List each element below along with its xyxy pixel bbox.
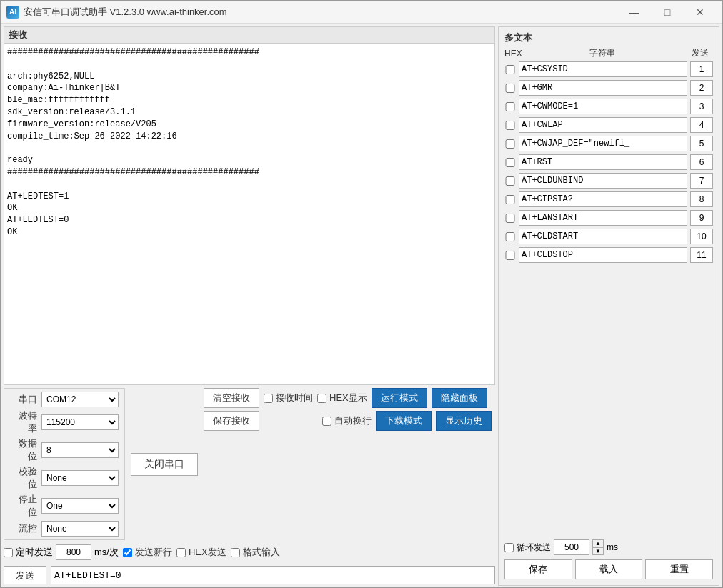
multitext-hex-checkbox-10[interactable] bbox=[504, 232, 516, 241]
loop-send-label: 循环发送 bbox=[517, 542, 551, 554]
multitext-send-button-2[interactable]: 2 bbox=[690, 80, 713, 96]
multitext-send-button-4[interactable]: 4 bbox=[690, 117, 713, 133]
loop-value-input[interactable] bbox=[554, 539, 589, 555]
multitext-hex-checkbox-5[interactable] bbox=[504, 139, 516, 149]
baud-select[interactable]: 115200 bbox=[41, 414, 119, 430]
multitext-send-button-1[interactable]: 1 bbox=[690, 61, 713, 77]
auto-newline-checkbox[interactable] bbox=[322, 417, 331, 426]
new-line-checkbox[interactable] bbox=[123, 548, 132, 557]
receive-time-checkbox[interactable] bbox=[264, 394, 273, 403]
data-bits-select[interactable]: 8 bbox=[41, 442, 119, 458]
clear-receive-button[interactable]: 清空接收 bbox=[204, 388, 259, 408]
save-multitext-button[interactable]: 保存 bbox=[504, 559, 572, 579]
serial-btn-area: 关闭串口 bbox=[128, 388, 201, 540]
receive-header: 接收 bbox=[4, 27, 494, 44]
multitext-input-6[interactable] bbox=[519, 154, 687, 170]
hex-display-label: HEX显示 bbox=[329, 392, 367, 404]
multitext-columns: HEX 字符串 发送 bbox=[502, 47, 716, 61]
loop-send-checkbox[interactable] bbox=[504, 543, 514, 552]
load-multitext-button[interactable]: 载入 bbox=[575, 559, 643, 579]
parity-label: 校验位 bbox=[10, 465, 37, 491]
hex-send-label: HEX发送 bbox=[189, 546, 226, 559]
hex-send-checkbox[interactable] bbox=[176, 548, 186, 557]
col-hex-label: HEX bbox=[504, 49, 517, 59]
stop-bits-select[interactable]: One bbox=[41, 498, 119, 514]
multitext-send-button-6[interactable]: 6 bbox=[690, 154, 713, 170]
app-title: 安信可串口调试助手 V1.2.3.0 www.ai-thinker.com bbox=[24, 6, 618, 19]
show-history-button[interactable]: 显示历史 bbox=[436, 411, 492, 431]
timed-unit-label: ms/次 bbox=[94, 546, 119, 559]
hex-display-checkbox[interactable] bbox=[317, 394, 326, 403]
multitext-input-7[interactable] bbox=[519, 173, 687, 189]
new-line-label: 发送新行 bbox=[135, 546, 172, 559]
multitext-hex-checkbox-3[interactable] bbox=[504, 102, 516, 111]
multitext-send-button-7[interactable]: 7 bbox=[690, 173, 713, 189]
save-receive-button[interactable]: 保存接收 bbox=[204, 411, 259, 431]
multitext-input-2[interactable] bbox=[519, 80, 687, 96]
multitext-input-9[interactable] bbox=[519, 210, 687, 226]
multitext-input-1[interactable] bbox=[519, 61, 687, 77]
spinner-down-button[interactable]: ▼ bbox=[592, 547, 604, 555]
multitext-input-10[interactable] bbox=[519, 229, 687, 244]
multitext-row: 4 bbox=[502, 116, 716, 134]
receive-textarea[interactable] bbox=[4, 44, 494, 384]
multitext-send-button-3[interactable]: 3 bbox=[690, 99, 713, 114]
main-container: 接收 串口 COM12 波特率 bbox=[1, 24, 722, 588]
multitext-row: 8 bbox=[502, 191, 716, 208]
multitext-hex-checkbox-2[interactable] bbox=[504, 84, 516, 93]
send-input[interactable] bbox=[51, 566, 495, 584]
multitext-input-5[interactable] bbox=[519, 136, 687, 151]
multitext-hex-checkbox-1[interactable] bbox=[504, 65, 516, 74]
maximize-button[interactable]: □ bbox=[651, 1, 684, 24]
receive-time-checkbox-group: 接收时间 bbox=[264, 392, 313, 404]
multitext-send-button-10[interactable]: 10 bbox=[690, 229, 713, 244]
send-button[interactable]: 发送 bbox=[4, 566, 46, 584]
multitext-hex-checkbox-7[interactable] bbox=[504, 176, 516, 186]
send-input-row: 发送 bbox=[4, 564, 495, 586]
multitext-input-11[interactable] bbox=[519, 247, 687, 263]
receive-section: 接收 bbox=[4, 26, 495, 385]
titlebar: AI 安信可串口调试助手 V1.2.3.0 www.ai-thinker.com… bbox=[1, 1, 722, 24]
download-mode-button[interactable]: 下载模式 bbox=[376, 411, 432, 431]
spinner-up-button[interactable]: ▲ bbox=[592, 539, 604, 547]
send-row: 定时发送 ms/次 发送新行 HEX发送 格式输入 bbox=[4, 543, 495, 562]
open-serial-button[interactable]: 关闭串口 bbox=[131, 453, 198, 476]
hide-panel-button[interactable]: 隐藏面板 bbox=[432, 388, 487, 408]
reset-multitext-button[interactable]: 重置 bbox=[645, 559, 713, 579]
multitext-hex-checkbox-11[interactable] bbox=[504, 251, 516, 260]
multitext-input-4[interactable] bbox=[519, 117, 687, 133]
multitext-send-button-11[interactable]: 11 bbox=[690, 247, 713, 263]
multitext-send-button-5[interactable]: 5 bbox=[690, 136, 713, 151]
col-string-label: 字符串 bbox=[520, 47, 684, 59]
multitext-input-8[interactable] bbox=[519, 191, 687, 207]
data-bits-label: 数据位 bbox=[10, 437, 37, 463]
multitext-row: 5 bbox=[502, 135, 716, 152]
bottom-controls: 串口 COM12 波特率 115200 数据位 8 bbox=[4, 388, 495, 586]
flow-label: 流控 bbox=[10, 522, 37, 535]
timed-value-input[interactable] bbox=[56, 544, 91, 560]
multitext-send-button-9[interactable]: 9 bbox=[690, 210, 713, 226]
multitext-hex-checkbox-8[interactable] bbox=[504, 195, 516, 204]
timed-send-checkbox[interactable] bbox=[4, 548, 13, 557]
multitext-hex-checkbox-4[interactable] bbox=[504, 121, 516, 130]
multitext-input-3[interactable] bbox=[519, 99, 687, 114]
close-button[interactable]: ✕ bbox=[684, 1, 717, 24]
right-panel: 多文本 HEX 字符串 发送 1234567891011 循环发送 ▲ ▼ ms… bbox=[498, 26, 719, 586]
loop-row: 循环发送 ▲ ▼ ms bbox=[502, 537, 716, 557]
multitext-hex-checkbox-6[interactable] bbox=[504, 158, 516, 167]
parity-select[interactable]: None bbox=[41, 470, 119, 486]
port-select[interactable]: COM12 bbox=[41, 392, 119, 407]
multitext-hex-checkbox-9[interactable] bbox=[504, 214, 516, 223]
minimize-button[interactable]: — bbox=[618, 1, 651, 24]
flow-select[interactable]: None bbox=[41, 521, 119, 537]
auto-newline-checkbox-group: 自动换行 bbox=[322, 414, 372, 427]
multitext-row: 1 bbox=[502, 61, 716, 78]
timed-send-label: 定时发送 bbox=[16, 546, 53, 559]
format-input-checkbox[interactable] bbox=[231, 548, 240, 557]
loop-unit-label: ms bbox=[607, 542, 618, 552]
multitext-row: 6 bbox=[502, 154, 716, 171]
multitext-send-button-8[interactable]: 8 bbox=[690, 191, 713, 207]
timed-send-group: 定时发送 ms/次 bbox=[4, 544, 119, 560]
run-mode-button[interactable]: 运行模式 bbox=[372, 388, 427, 408]
baud-label: 波特率 bbox=[10, 409, 37, 435]
